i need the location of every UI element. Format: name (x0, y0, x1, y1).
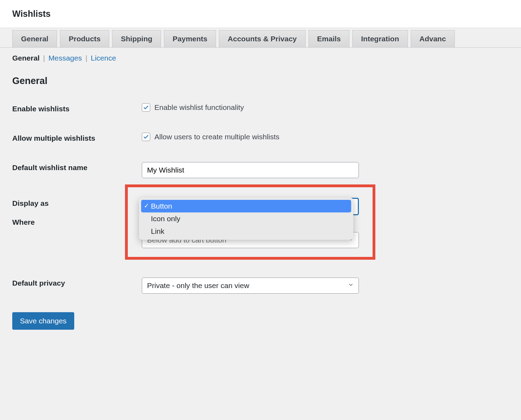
subtab-separator: | (43, 54, 45, 62)
tab-integration[interactable]: Integration (352, 30, 408, 47)
option-button[interactable]: Button (141, 200, 351, 212)
option-icon-only[interactable]: Icon only (141, 212, 351, 225)
checkbox-label-multiple: Allow users to create multiple wishlists (154, 133, 279, 141)
subtab-general[interactable]: General (12, 54, 40, 62)
save-button[interactable]: Save changes (12, 312, 74, 330)
label-enable-wishlists: Enable wishlists (12, 103, 142, 113)
page-header: Wishlists (0, 0, 521, 28)
label-allow-multiple: Allow multiple wishlists (12, 133, 142, 142)
tab-advanced[interactable]: Advanc (411, 30, 455, 47)
tab-shipping[interactable]: Shipping (112, 30, 161, 47)
check-icon (143, 134, 149, 140)
dropdown-display-as: Button Icon only Link (139, 198, 353, 240)
checkbox-label-enable: Enable wishlist functionality (154, 103, 244, 112)
section-title: General (0, 65, 521, 90)
tab-emails[interactable]: Emails (308, 30, 350, 47)
subtab-messages[interactable]: Messages (48, 54, 82, 62)
row-default-privacy: Default privacy Private - only the user … (12, 268, 509, 303)
check-icon (143, 104, 149, 111)
label-default-privacy: Default privacy (12, 278, 142, 287)
label-default-name: Default wishlist name (12, 162, 142, 172)
input-default-name[interactable] (142, 162, 359, 178)
select-default-privacy[interactable]: Private - only the user can view (142, 278, 359, 294)
form-table: Enable wishlists Enable wishlist functio… (0, 90, 521, 303)
option-link[interactable]: Link (141, 225, 351, 238)
page-title: Wishlists (12, 9, 509, 19)
row-default-name: Default wishlist name (12, 152, 509, 188)
row-allow-multiple: Allow multiple wishlists Allow users to … (12, 123, 509, 152)
row-where: Where (12, 258, 509, 268)
subtab-separator: | (85, 54, 87, 62)
label-where: Where (12, 217, 142, 226)
subtabs: General | Messages | Licence (0, 48, 521, 65)
tab-payments[interactable]: Payments (164, 30, 216, 47)
row-enable-wishlists: Enable wishlists Enable wishlist functio… (12, 93, 509, 123)
tabs-nav: General Products Shipping Payments Accou… (0, 28, 521, 48)
tab-accounts-privacy[interactable]: Accounts & Privacy (219, 30, 305, 47)
subtab-licence[interactable]: Licence (91, 54, 116, 62)
tab-products[interactable]: Products (60, 30, 109, 47)
label-display-as: Display as (12, 198, 142, 208)
checkbox-allow-multiple[interactable] (142, 133, 150, 141)
tab-general[interactable]: General (12, 30, 57, 47)
checkbox-enable-wishlists[interactable] (142, 103, 150, 112)
